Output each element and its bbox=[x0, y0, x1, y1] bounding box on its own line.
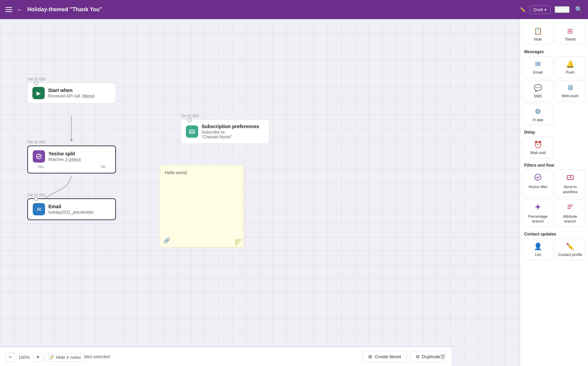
help-button[interactable]: Help ▾ bbox=[555, 6, 570, 13]
sticky-note[interactable]: Hello world. 🔗 bbox=[160, 165, 244, 247]
draft-status-button[interactable]: Draft ▾ bbox=[530, 5, 550, 14]
yesno-node-container: Tile ID 896 Yes/no split Matches 3 crite… bbox=[27, 140, 45, 146]
contact-profile-panel-icon: ✏️ bbox=[566, 242, 574, 250]
no-label: No bbox=[101, 165, 106, 169]
panel-item-email[interactable]: ✉ Email bbox=[523, 56, 553, 78]
bottom-actions: ⊞ Create tileset ⧉ Duplicate bbox=[363, 351, 446, 363]
delay-grid: ⏰ Wait until bbox=[523, 137, 585, 158]
panel-top-grid: 📋 Note ⊞ Tileset bbox=[523, 23, 585, 45]
contact-section-title: Contact updates bbox=[523, 229, 585, 239]
list-panel-icon: 👤 bbox=[534, 242, 542, 250]
bottom-bar: − 100% + 📝 Hide # notes 2 tiles selected… bbox=[0, 347, 452, 366]
menu-button[interactable] bbox=[5, 7, 12, 12]
webpush-panel-icon: 🖥 bbox=[567, 84, 574, 92]
sticky-note-text: Hello world. bbox=[165, 170, 238, 175]
filters-grid: Yes/no filter Send to workflow bbox=[523, 170, 585, 227]
subscription-node-subtitle: Subscribe to:"Channel Name" bbox=[202, 130, 259, 139]
subscription-node-title: Subscription preferences bbox=[202, 124, 259, 129]
svg-point-2 bbox=[535, 174, 541, 180]
yesno-node-title: Yes/no split bbox=[48, 151, 81, 156]
zoom-out-button[interactable]: − bbox=[5, 352, 15, 362]
zoom-controls: − 100% + 📝 Hide # notes bbox=[5, 352, 85, 362]
panel-item-send-workflow[interactable]: Send to workflow bbox=[555, 170, 586, 197]
delete-button[interactable]: 🗑 bbox=[440, 353, 446, 360]
zoom-level: 100% bbox=[17, 355, 31, 360]
tileset-panel-icon: ⊞ bbox=[567, 27, 573, 35]
hide-notes-button[interactable]: 📝 Hide # notes bbox=[45, 353, 85, 362]
messages-section-title: Messages bbox=[523, 47, 585, 56]
start-node-icon: ▶ bbox=[32, 87, 45, 99]
edit-title-icon[interactable]: ✏️ bbox=[520, 7, 526, 12]
note-panel-label: Note bbox=[534, 37, 542, 42]
start-node-title: Start when bbox=[48, 88, 94, 93]
yesno-filter-panel-icon bbox=[534, 173, 542, 183]
subscription-connector bbox=[188, 118, 192, 122]
email-connector bbox=[34, 197, 38, 201]
panel-item-sms[interactable]: 💬 SMS bbox=[523, 80, 553, 102]
topnav-right: Help ▾ 🔍 bbox=[555, 6, 583, 13]
push-panel-label: Push bbox=[566, 70, 574, 75]
start-node-container: Tile ID 896 ▶ Start when Received API ca… bbox=[27, 77, 45, 82]
start-node-subtitle: Received API call, filtered bbox=[48, 94, 94, 98]
inapp-panel-icon: ⚙ bbox=[535, 107, 541, 116]
svg-rect-3 bbox=[567, 176, 573, 180]
start-node[interactable]: ▶ Start when Received API call, filtered bbox=[27, 82, 116, 104]
attr-branch-panel-icon bbox=[567, 203, 574, 212]
messages-grid: ✉ Email 🔔 Push 💬 SMS 🖥 Web push ⚙ In-app bbox=[523, 56, 585, 125]
email-node-title: Email bbox=[48, 204, 94, 209]
pct-branch-panel-icon bbox=[534, 203, 542, 212]
contact-grid: 👤 List ✏️ Contact profile bbox=[523, 239, 585, 260]
panel-item-attr-branch[interactable]: Attribute branch bbox=[555, 199, 586, 227]
filters-section-title: Filters and flow bbox=[523, 160, 585, 170]
yesno-node-subtitle: Matches 3 criteria bbox=[48, 157, 81, 162]
send-workflow-label: Send to workflow bbox=[558, 184, 583, 194]
email-node-container: Tile ID 896 ✉ Email holiday2021_placehol… bbox=[27, 193, 45, 198]
duplicate-icon: ⧉ bbox=[416, 354, 419, 360]
panel-item-contact-profile[interactable]: ✏️ Contact profile bbox=[555, 239, 586, 260]
panel-item-note[interactable]: 📋 Note bbox=[523, 23, 553, 45]
contact-profile-label: Contact profile bbox=[558, 252, 582, 257]
back-button[interactable]: ← bbox=[16, 6, 23, 14]
main-layout: Tile ID 896 ▶ Start when Received API ca… bbox=[0, 19, 588, 366]
canvas[interactable]: Tile ID 896 ▶ Start when Received API ca… bbox=[0, 19, 520, 366]
panel-item-pct-branch[interactable]: Percentage branch bbox=[523, 199, 553, 227]
panel-item-list[interactable]: 👤 List bbox=[523, 239, 553, 260]
sms-panel-icon: 💬 bbox=[534, 84, 542, 92]
panel-item-inapp[interactable]: ⚙ In-app bbox=[523, 104, 553, 125]
push-panel-icon: 🔔 bbox=[566, 60, 574, 68]
sticky-note-link-icon[interactable]: 🔗 bbox=[163, 237, 170, 244]
note-panel-icon: 📋 bbox=[534, 27, 542, 35]
search-icon[interactable]: 🔍 bbox=[575, 6, 583, 13]
wait-panel-icon: ⏰ bbox=[534, 140, 542, 149]
subscription-tile-id: Tile ID 896 bbox=[181, 114, 199, 118]
panel-item-yesno-filter[interactable]: Yes/no filter bbox=[523, 170, 553, 197]
branch-labels: Yes No bbox=[33, 163, 111, 169]
subscription-node-container: Tile ID 896 Subscription preferences Sub… bbox=[181, 114, 199, 119]
panel-item-wait[interactable]: ⏰ Wait until bbox=[523, 137, 553, 158]
subscription-node[interactable]: Subscription preferences Subscribe to:"C… bbox=[181, 119, 269, 144]
email-panel-label: Email bbox=[533, 70, 543, 75]
attr-branch-label: Attribute branch bbox=[558, 214, 583, 224]
arrow-start-yesno bbox=[71, 116, 72, 139]
panel-item-push[interactable]: 🔔 Push bbox=[555, 56, 586, 78]
yesno-node[interactable]: Yes/no split Matches 3 criteria Yes No bbox=[27, 146, 116, 173]
page-title: Holiday-themed "Thank You" bbox=[27, 6, 516, 13]
yesno-tile-id: Tile ID 896 bbox=[27, 140, 45, 144]
panel-item-tileset[interactable]: ⊞ Tileset bbox=[555, 23, 586, 45]
email-panel-icon: ✉ bbox=[535, 60, 541, 68]
inapp-panel-label: In-app bbox=[533, 117, 543, 122]
right-panel: 📋 Note ⊞ Tileset Messages ✉ Email 🔔 Push… bbox=[520, 19, 588, 366]
yesno-node-icon bbox=[33, 150, 45, 163]
email-node[interactable]: ✉ Email holiday2021_placeholder bbox=[27, 198, 116, 220]
start-tile-id: Tile ID 896 bbox=[27, 77, 45, 81]
list-panel-label: List bbox=[535, 252, 541, 257]
wait-panel-label: Wait until bbox=[530, 150, 546, 155]
zoom-in-button[interactable]: + bbox=[33, 352, 43, 362]
subscription-node-icon bbox=[186, 125, 198, 138]
topnav: ← Holiday-themed "Thank You" ✏️ Draft ▾ … bbox=[0, 0, 588, 19]
email-node-icon: ✉ bbox=[33, 203, 45, 215]
panel-item-webpush[interactable]: 🖥 Web push bbox=[555, 80, 586, 102]
create-tileset-button[interactable]: ⊞ Create tileset bbox=[363, 351, 407, 363]
delay-section-title: Delay bbox=[523, 127, 585, 137]
yesno-filter-label: Yes/no filter bbox=[528, 184, 548, 189]
